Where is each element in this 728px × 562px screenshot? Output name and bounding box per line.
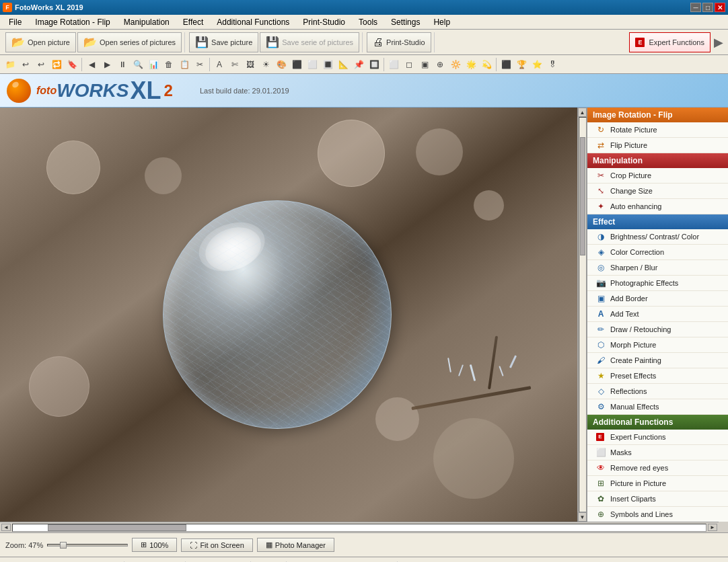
- crop-picture-item[interactable]: ✂ Crop Picture: [587, 168, 728, 184]
- toolbar-icon-2[interactable]: ↩: [18, 57, 33, 72]
- remove-red-eyes-item[interactable]: 👁 Remove red eyes: [587, 460, 728, 476]
- expert-functions-item[interactable]: E Expert Functions: [587, 430, 728, 445]
- v-scroll-track[interactable]: [579, 117, 587, 512]
- open-folder-icon: 📂: [11, 36, 25, 48]
- masks-label: Masks: [610, 448, 632, 456]
- photo-manager-button[interactable]: ▦ Photo Manager: [257, 538, 334, 552]
- reflections-item[interactable]: ◇ Reflections: [587, 384, 728, 399]
- toolbar-icon-3[interactable]: ↩: [34, 57, 48, 72]
- menu-settings[interactable]: Settings: [385, 15, 426, 29]
- v-scroll-up[interactable]: ▲: [578, 108, 587, 117]
- toolbar-icon-4[interactable]: 🔁: [49, 57, 64, 72]
- toolbar-icon-32[interactable]: ⬛: [499, 57, 513, 72]
- menu-manipulation[interactable]: Manipulation: [118, 15, 176, 29]
- toolbar-icon-8[interactable]: ⏸: [115, 57, 130, 72]
- image-area[interactable]: [0, 108, 577, 522]
- h-scroll-track[interactable]: [12, 524, 706, 532]
- morph-picture-item[interactable]: ⬡ Morph Picture: [587, 337, 728, 353]
- toolbar-icon-21[interactable]: 🔳: [320, 57, 335, 72]
- toolbar-icon-10[interactable]: 📊: [146, 57, 161, 72]
- toolbar-icon-30[interactable]: 🌟: [464, 57, 478, 72]
- toolbar-icon-23[interactable]: 📌: [351, 57, 366, 72]
- masks-item[interactable]: ⬜ Masks: [587, 445, 728, 460]
- open-series-button[interactable]: 📂 Open series of pictures: [77, 32, 182, 52]
- toolbar-icon-25[interactable]: ⬜: [386, 57, 401, 72]
- toolbar-icon-11[interactable]: 🗑: [161, 57, 176, 72]
- picture-in-picture-label: Picture in Picture: [610, 479, 666, 487]
- zoom-100-button[interactable]: ⊞ 100%: [132, 538, 177, 552]
- toolbar-icon-12[interactable]: 📋: [177, 57, 192, 72]
- print-studio-button[interactable]: 🖨 Print-Studio: [367, 32, 431, 52]
- toolbar-arrow-button[interactable]: ▶: [712, 35, 725, 50]
- flip-picture-item[interactable]: ⇄ Flip Picture: [587, 138, 728, 153]
- toolbar-icon-20[interactable]: ⬜: [305, 57, 320, 72]
- toolbar-icon-27[interactable]: ▣: [417, 57, 432, 72]
- add-text-item[interactable]: A Add Text: [587, 307, 728, 322]
- create-painting-item[interactable]: 🖌 Create Painting: [587, 353, 728, 368]
- add-border-item[interactable]: ▣ Add Border: [587, 291, 728, 307]
- icon-sep-3: [384, 58, 384, 71]
- menu-additional-functions[interactable]: Additional Functions: [211, 15, 295, 29]
- h-scroll-thumb[interactable]: [48, 524, 186, 531]
- remove-red-eyes-icon: 👁: [595, 463, 606, 473]
- save-picture-button[interactable]: 💾 Save picture: [189, 32, 258, 52]
- v-scroll-down[interactable]: ▼: [578, 512, 587, 522]
- zoom-slider[interactable]: [47, 540, 128, 550]
- v-scrollbar[interactable]: ▲ ▼: [577, 108, 587, 522]
- toolbar-icon-14[interactable]: A: [212, 57, 227, 72]
- toolbar-icon-35[interactable]: 🎖: [545, 57, 560, 72]
- fit-screen-button[interactable]: ⛶ Fit on Screen: [181, 538, 252, 552]
- menu-image-rotation-flip[interactable]: Image Rotation - Flip: [29, 15, 116, 29]
- h-scroll-right[interactable]: ►: [708, 524, 717, 531]
- toolbar-icon-22[interactable]: 📐: [336, 57, 351, 72]
- toolbar-icon-31[interactable]: 💫: [479, 57, 494, 72]
- brightness-item[interactable]: ◑ Brightness/ Contrast/ Color: [587, 229, 728, 245]
- h-scroll-left[interactable]: ◄: [1, 524, 11, 531]
- maximize-button[interactable]: □: [702, 3, 713, 12]
- toolbar-icon-5[interactable]: 🔖: [65, 57, 79, 72]
- zoom-slider-thumb[interactable]: [60, 542, 67, 549]
- minimize-button[interactable]: ─: [690, 3, 701, 12]
- color-correction-item[interactable]: ◈ Color Correction: [587, 245, 728, 260]
- toolbar-icon-13[interactable]: ✂: [192, 57, 207, 72]
- toolbar-icon-17[interactable]: ☀: [258, 57, 273, 72]
- toolbar-icon-24[interactable]: 🔲: [367, 57, 381, 72]
- toolbar-icon-33[interactable]: 🏆: [514, 57, 529, 72]
- menu-print-studio[interactable]: Print-Studio: [297, 15, 351, 29]
- toolbar-icon-29[interactable]: 🔆: [448, 57, 463, 72]
- picture-in-picture-item[interactable]: ⊞ Picture in Picture: [587, 476, 728, 491]
- toolbar-icon-19[interactable]: ⬛: [289, 57, 304, 72]
- toolbar-icon-15[interactable]: ✄: [227, 57, 242, 72]
- symbols-lines-item[interactable]: ⊕ Symbols and Lines: [587, 507, 728, 522]
- v-scroll-thumb[interactable]: [580, 137, 585, 255]
- toolbar-icon-9[interactable]: 🔍: [131, 57, 145, 72]
- manual-effects-item[interactable]: ⚙ Manual Effects: [587, 399, 728, 415]
- menu-help[interactable]: Help: [427, 15, 456, 29]
- preset-effects-item[interactable]: ★ Preset Effects: [587, 368, 728, 384]
- menu-effect[interactable]: Effect: [177, 15, 209, 29]
- draw-retouching-item[interactable]: ✏ Draw / Retouching: [587, 322, 728, 337]
- insert-cliparts-item[interactable]: ✿ Insert Cliparts: [587, 491, 728, 507]
- sharpen-blur-item[interactable]: ◎ Sharpen / Blur: [587, 260, 728, 276]
- rotate-picture-item[interactable]: ↻ Rotate Picture: [587, 122, 728, 138]
- section-header-manipulation: Manipulation: [587, 153, 728, 168]
- open-picture-button[interactable]: 📂 Open picture: [5, 32, 76, 52]
- save-serie-button[interactable]: 💾 Save serie of pictures: [260, 32, 359, 52]
- h-scrollbar[interactable]: ◄ ►: [0, 522, 719, 532]
- menu-tools[interactable]: Tools: [353, 15, 384, 29]
- toolbar-icon-26[interactable]: ◻: [402, 57, 416, 72]
- close-button[interactable]: ✕: [715, 3, 725, 12]
- expert-functions-toolbar-button[interactable]: E Expert Functions: [629, 32, 711, 52]
- toolbar-icon-34[interactable]: ⭐: [530, 57, 544, 72]
- reflections-icon: ◇: [595, 386, 606, 397]
- menu-file[interactable]: File: [3, 15, 28, 29]
- photographic-effects-item[interactable]: 📷 Photographic Effects: [587, 276, 728, 291]
- toolbar-icon-7[interactable]: ▶: [100, 57, 114, 72]
- toolbar-icon-16[interactable]: 🖼: [243, 57, 258, 72]
- change-size-item[interactable]: ⤡ Change Size: [587, 184, 728, 199]
- toolbar-icon-1[interactable]: 📁: [3, 57, 17, 72]
- toolbar-icon-28[interactable]: ⊕: [433, 57, 447, 72]
- toolbar-icon-18[interactable]: 🎨: [274, 57, 289, 72]
- auto-enhancing-item[interactable]: ✦ Auto enhancing: [587, 199, 728, 214]
- toolbar-icon-6[interactable]: ◀: [84, 57, 99, 72]
